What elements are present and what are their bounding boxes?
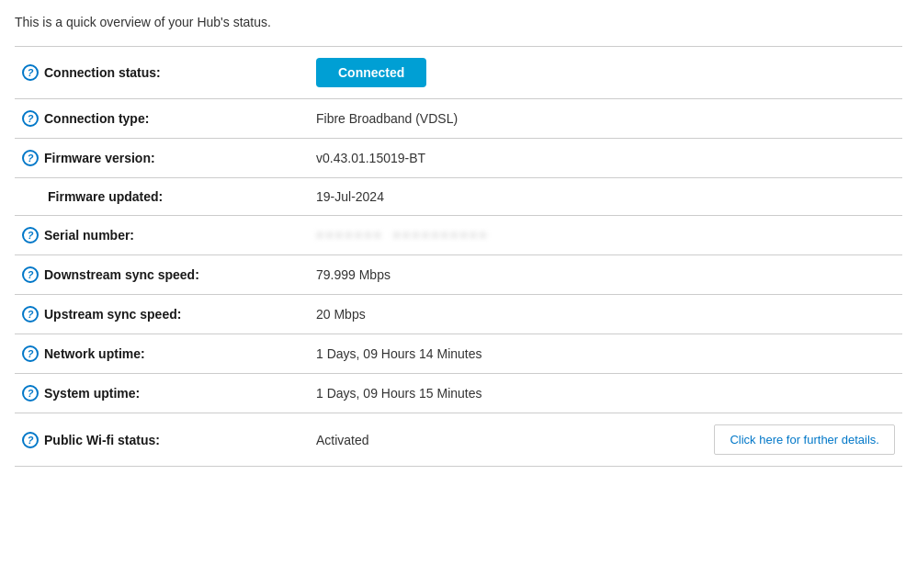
row-serial-number: ?Serial number:••••••• ••••••••••: [15, 216, 902, 255]
row-connection-type: ?Connection type:Fibre Broadband (VDSL): [15, 99, 902, 139]
intro-text: This is a quick overview of your Hub's s…: [15, 15, 902, 29]
row-firmware-updated: Firmware updated:19-Jul-2024: [15, 178, 902, 216]
label-cell-network-uptime: ?Network uptime:: [15, 334, 309, 374]
action-cell-empty-connection-type: [599, 99, 902, 139]
label-cell-connection-type: ?Connection type:: [15, 99, 309, 139]
label-cell-serial-number: ?Serial number:: [15, 216, 309, 255]
label-text-firmware-version: Firmware version:: [44, 151, 155, 165]
action-cell-empty-network-uptime: [599, 334, 902, 374]
help-icon-downstream-sync-speed[interactable]: ?: [22, 266, 39, 283]
value-cell-network-uptime: 1 Days, 09 Hours 14 Minutes: [309, 334, 599, 374]
label-cell-downstream-sync-speed: ?Downstream sync speed:: [15, 255, 309, 295]
label-text-firmware-updated: Firmware updated:: [48, 189, 163, 204]
help-icon-network-uptime[interactable]: ?: [22, 345, 39, 362]
label-cell-public-wifi-status: ?Public Wi-fi status:: [15, 413, 309, 467]
row-public-wifi-status: ?Public Wi-fi status:ActivatedClick here…: [15, 413, 902, 467]
help-icon-firmware-version[interactable]: ?: [22, 150, 39, 166]
row-upstream-sync-speed: ?Upstream sync speed:20 Mbps: [15, 295, 902, 334]
label-text-serial-number: Serial number:: [44, 228, 134, 243]
value-cell-public-wifi-status: Activated: [309, 413, 599, 467]
help-icon-serial-number[interactable]: ?: [22, 227, 39, 243]
label-cell-connection-status: ?Connection status:: [15, 47, 309, 99]
label-text-upstream-sync-speed: Upstream sync speed:: [44, 307, 181, 322]
label-cell-firmware-updated: Firmware updated:: [15, 178, 309, 216]
label-text-downstream-sync-speed: Downstream sync speed:: [44, 267, 199, 282]
action-cell-public-wifi-status: Click here for further details.: [599, 413, 902, 467]
row-network-uptime: ?Network uptime:1 Days, 09 Hours 14 Minu…: [15, 334, 902, 374]
label-text-system-uptime: System uptime:: [44, 386, 140, 401]
value-cell-firmware-version: v0.43.01.15019-BT: [309, 139, 599, 178]
value-cell-serial-number: ••••••• ••••••••••: [309, 216, 599, 255]
value-cell-system-uptime: 1 Days, 09 Hours 15 Minutes: [309, 374, 599, 413]
help-icon-system-uptime[interactable]: ?: [22, 385, 39, 401]
label-cell-firmware-version: ?Firmware version:: [15, 139, 309, 178]
label-text-connection-type: Connection type:: [44, 111, 149, 126]
help-icon-connection-status[interactable]: ?: [22, 64, 39, 81]
row-firmware-version: ?Firmware version:v0.43.01.15019-BT: [15, 139, 902, 178]
help-icon-connection-type[interactable]: ?: [22, 110, 39, 127]
value-cell-upstream-sync-speed: 20 Mbps: [309, 295, 599, 334]
action-cell-empty-system-uptime: [599, 374, 902, 413]
action-cell-empty-connection-status: [599, 47, 902, 99]
value-cell-connection-type: Fibre Broadband (VDSL): [309, 99, 599, 139]
label-text-public-wifi-status: Public Wi-fi status:: [44, 433, 160, 447]
label-cell-system-uptime: ?System uptime:: [15, 374, 309, 413]
serial-masked: ••••••• ••••••••••: [316, 228, 489, 243]
action-cell-empty-upstream-sync-speed: [599, 295, 902, 334]
row-downstream-sync-speed: ?Downstream sync speed:79.999 Mbps: [15, 255, 902, 295]
label-cell-upstream-sync-speed: ?Upstream sync speed:: [15, 295, 309, 334]
value-cell-downstream-sync-speed: 79.999 Mbps: [309, 255, 599, 295]
action-cell-empty-serial-number: [599, 216, 902, 255]
help-icon-public-wifi-status[interactable]: ?: [22, 432, 39, 448]
action-cell-empty-firmware-version: [599, 139, 902, 178]
row-connection-status: ?Connection status:Connected: [15, 47, 902, 99]
help-icon-upstream-sync-speed[interactable]: ?: [22, 306, 39, 322]
row-system-uptime: ?System uptime:1 Days, 09 Hours 15 Minut…: [15, 374, 902, 413]
value-cell-connection-status: Connected: [309, 47, 599, 99]
status-table: ?Connection status:Connected?Connection …: [15, 46, 902, 467]
label-text-connection-status: Connection status:: [44, 65, 161, 80]
further-details-button[interactable]: Click here for further details.: [714, 424, 895, 455]
connected-badge: Connected: [316, 58, 426, 87]
action-cell-empty-firmware-updated: [599, 178, 902, 216]
label-text-network-uptime: Network uptime:: [44, 346, 145, 361]
value-cell-firmware-updated: 19-Jul-2024: [309, 178, 599, 216]
action-cell-empty-downstream-sync-speed: [599, 255, 902, 295]
